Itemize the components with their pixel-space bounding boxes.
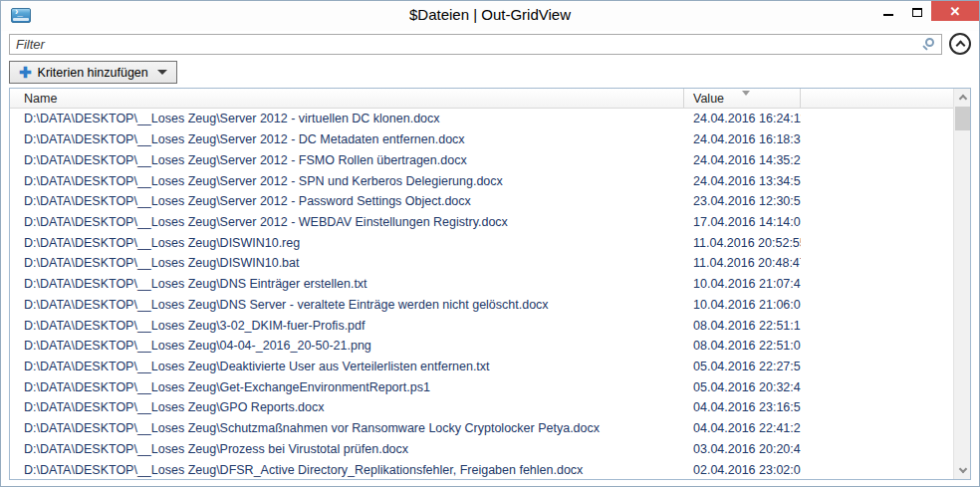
- table-row[interactable]: D:\DATA\DESKTOP\__Loses Zeug\Deaktiviert…: [10, 357, 953, 377]
- table-row[interactable]: D:\DATA\DESKTOP\__Loses Zeug\04-04-_2016…: [10, 336, 953, 357]
- minimize-icon: [883, 14, 893, 16]
- table-row[interactable]: D:\DATA\DESKTOP\__Loses Zeug\Prozess bei…: [10, 439, 953, 460]
- table-row[interactable]: D:\DATA\DESKTOP\__Loses Zeug\DNS Server …: [10, 294, 953, 315]
- column-header-empty: [801, 89, 953, 108]
- value-cell: 05.04.2016 22:27:56: [684, 360, 801, 373]
- chevron-down-icon: [958, 465, 966, 473]
- scroll-down-button[interactable]: [954, 462, 971, 479]
- minimize-button[interactable]: [873, 1, 902, 21]
- name-cell: D:\DATA\DESKTOP\__Loses Zeug\GPO Reports…: [10, 400, 684, 414]
- filter-row: [9, 33, 971, 55]
- table-row[interactable]: D:\DATA\DESKTOP\__Loses Zeug\Get-Exchang…: [10, 376, 953, 397]
- name-cell: D:\DATA\DESKTOP\__Loses Zeug\Server 2012…: [10, 215, 684, 229]
- grid-header: Name Value: [10, 89, 953, 109]
- value-cell: 03.04.2016 20:20:41: [684, 442, 801, 456]
- window-title: $Dateien | Out-GridView: [1, 6, 979, 23]
- name-cell: D:\DATA\DESKTOP\__Loses Zeug\DISWIN10.ba…: [10, 256, 684, 270]
- add-criteria-button[interactable]: ✚ Kriterien hinzufügen: [9, 61, 177, 84]
- table-row[interactable]: D:\DATA\DESKTOP\__Loses Zeug\DISWIN10.ba…: [10, 253, 953, 274]
- criteria-row: ✚ Kriterien hinzufügen: [9, 61, 971, 84]
- search-icon: [925, 38, 934, 47]
- value-cell: 02.04.2016 23:02:09: [684, 463, 801, 477]
- scroll-up-button[interactable]: [954, 89, 971, 106]
- value-cell: 04.04.2016 23:16:56: [684, 400, 801, 414]
- window-controls: ✕: [873, 1, 979, 21]
- plus-icon: ✚: [19, 65, 32, 80]
- name-cell: D:\DATA\DESKTOP\__Loses Zeug\DNS Server …: [10, 298, 684, 312]
- value-cell: 24.04.2016 13:34:54: [684, 174, 801, 188]
- scrollbar-thumb[interactable]: [955, 107, 970, 130]
- filter-wrap: [9, 34, 942, 55]
- value-cell: 24.04.2016 16:18:30: [684, 132, 801, 146]
- table-row[interactable]: D:\DATA\DESKTOP\__Loses Zeug\Server 2012…: [10, 170, 953, 191]
- chevron-down-icon: [157, 70, 167, 75]
- collapse-filter-button[interactable]: [949, 33, 971, 55]
- grid-body: D:\DATA\DESKTOP\__Loses Zeug\Server 2012…: [10, 109, 953, 480]
- name-cell: D:\DATA\DESKTOP\__Loses Zeug\Server 2012…: [10, 174, 684, 188]
- table-row[interactable]: D:\DATA\DESKTOP\__Loses Zeug\DISWIN10.re…: [10, 232, 953, 253]
- value-cell: 08.04.2016 22:51:08: [684, 339, 801, 353]
- value-cell: 05.04.2016 20:32:45: [684, 380, 801, 394]
- table-row[interactable]: D:\DATA\DESKTOP\__Loses Zeug\3-02_DKIM-f…: [10, 315, 953, 336]
- name-cell: D:\DATA\DESKTOP\__Loses Zeug\Server 2012…: [10, 194, 684, 208]
- value-cell: 11.04.2016 20:48:47: [684, 256, 801, 270]
- table-row[interactable]: D:\DATA\DESKTOP\__Loses Zeug\Schutzmaßna…: [10, 418, 953, 439]
- name-cell: D:\DATA\DESKTOP\__Loses Zeug\DISWIN10.re…: [10, 236, 684, 250]
- name-cell: D:\DATA\DESKTOP\__Loses Zeug\DNS Einträg…: [10, 277, 684, 291]
- column-header-value-label: Value: [693, 92, 724, 106]
- value-cell: 24.04.2016 16:24:11: [684, 112, 801, 125]
- table-row[interactable]: D:\DATA\DESKTOP\__Loses Zeug\Server 2012…: [10, 129, 953, 150]
- column-header-name-label: Name: [24, 92, 57, 106]
- name-cell: D:\DATA\DESKTOP\__Loses Zeug\Server 2012…: [10, 112, 684, 125]
- titlebar: $Dateien | Out-GridView ✕: [1, 1, 979, 31]
- filter-input[interactable]: [9, 34, 942, 55]
- table-row[interactable]: D:\DATA\DESKTOP\__Loses Zeug\DNS Einträg…: [10, 274, 953, 295]
- table-row[interactable]: D:\DATA\DESKTOP\__Loses Zeug\Server 2012…: [10, 212, 953, 233]
- value-cell: 17.04.2016 14:14:08: [684, 215, 801, 229]
- chevron-up-icon: [955, 41, 965, 51]
- table-row[interactable]: D:\DATA\DESKTOP\__Loses Zeug\GPO Reports…: [10, 397, 953, 418]
- column-header-name[interactable]: Name: [10, 89, 684, 108]
- sort-desc-icon: [742, 91, 750, 96]
- chevron-up-icon: [958, 95, 966, 103]
- name-cell: D:\DATA\DESKTOP\__Loses Zeug\Server 2012…: [10, 153, 684, 167]
- add-criteria-label: Kriterien hinzufügen: [38, 66, 148, 80]
- close-icon: ✕: [950, 4, 961, 19]
- maximize-button[interactable]: [902, 1, 931, 21]
- value-cell: 04.04.2016 22:41:21: [684, 421, 801, 435]
- column-header-value[interactable]: Value: [684, 89, 801, 108]
- name-cell: D:\DATA\DESKTOP\__Loses Zeug\DFSR_Active…: [10, 463, 684, 477]
- name-cell: D:\DATA\DESKTOP\__Loses Zeug\3-02_DKIM-f…: [10, 319, 684, 333]
- value-cell: 23.04.2016 12:30:59: [684, 194, 801, 208]
- value-cell: 10.04.2016 21:07:49: [684, 277, 801, 291]
- value-cell: 24.04.2016 14:35:24: [684, 153, 801, 167]
- table-row[interactable]: D:\DATA\DESKTOP\__Loses Zeug\Server 2012…: [10, 149, 953, 170]
- value-cell: 08.04.2016 22:51:17: [684, 319, 801, 333]
- table-row[interactable]: D:\DATA\DESKTOP\__Loses Zeug\Server 2012…: [10, 191, 953, 212]
- value-cell: 10.04.2016 21:06:06: [684, 298, 801, 312]
- table-row[interactable]: D:\DATA\DESKTOP\__Loses Zeug\Server 2012…: [10, 109, 953, 129]
- data-grid: Name Value D:\DATA\DESKTOP\__Loses Zeug\…: [9, 88, 971, 480]
- name-cell: D:\DATA\DESKTOP\__Loses Zeug\Schutzmaßna…: [10, 421, 684, 435]
- name-cell: D:\DATA\DESKTOP\__Loses Zeug\04-04-_2016…: [10, 339, 684, 353]
- close-button[interactable]: ✕: [931, 1, 979, 21]
- out-gridview-window: $Dateien | Out-GridView ✕ ✚ Kriterien hi…: [0, 0, 980, 487]
- value-cell: 11.04.2016 20:52:55: [684, 236, 801, 250]
- name-cell: D:\DATA\DESKTOP\__Loses Zeug\Prozess bei…: [10, 442, 684, 456]
- vertical-scrollbar[interactable]: [953, 89, 970, 479]
- name-cell: D:\DATA\DESKTOP\__Loses Zeug\Server 2012…: [10, 132, 684, 146]
- name-cell: D:\DATA\DESKTOP\__Loses Zeug\Get-Exchang…: [10, 380, 684, 394]
- maximize-icon: [912, 8, 922, 17]
- name-cell: D:\DATA\DESKTOP\__Loses Zeug\Deaktiviert…: [10, 360, 684, 373]
- table-row[interactable]: D:\DATA\DESKTOP\__Loses Zeug\DFSR_Active…: [10, 459, 953, 480]
